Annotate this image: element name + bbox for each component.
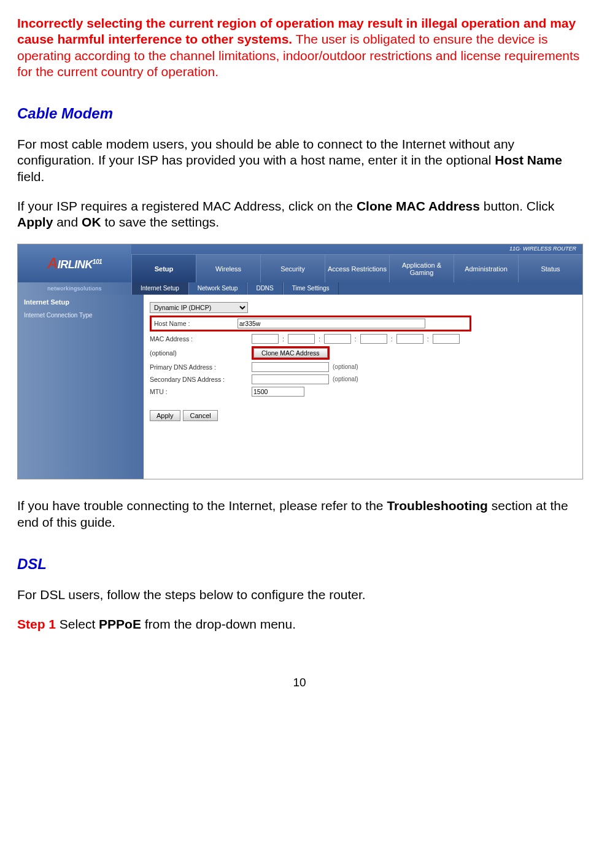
cable-modem-p2: If your ISP requires a registered MAC Ad… [17,198,582,231]
text: button. Click [480,199,554,213]
tab-access-restrictions[interactable]: Access Restrictions [325,255,389,282]
text: For most cable modem users, you should b… [17,137,514,167]
mac-seg-6[interactable] [433,334,460,344]
router-screenshot: AIRLINK101 11G· WIRELESS ROUTER Setup Wi… [17,244,583,479]
text: field. [17,169,44,184]
mac-seg-1[interactable] [252,334,279,344]
cable-modem-p3: If you have trouble connecting to the In… [17,498,582,530]
router-logo: AIRLINK101 [18,244,131,282]
side-title: Internet Setup [24,298,137,307]
mtu-label: MTU : [150,388,248,396]
tab-security[interactable]: Security [260,255,325,282]
cancel-button[interactable]: Cancel [183,410,217,421]
action-buttons: Apply Cancel [150,410,576,421]
mac-sep: : [282,335,284,343]
primary-dns-row: Primary DNS Address : (optional) [150,362,576,372]
mac-seg-2[interactable] [288,334,315,344]
hostname-input[interactable] [238,319,425,328]
text: from the drop-down menu. [141,617,296,631]
page-number: 10 [17,675,582,690]
optional-note: (optional) [333,363,358,371]
connection-type-select[interactable]: Dynamic IP (DHCP) [150,302,248,313]
secondary-dns-label: Secondary DNS Address : [150,376,248,384]
mac-sep: : [427,335,429,343]
mac-seg-4[interactable] [360,334,387,344]
ok-bold: OK [82,215,101,229]
text: and [53,215,82,229]
hostname-label: Host Name : [154,320,234,328]
cable-modem-p1: For most cable modem users, you should b… [17,136,582,185]
tab-wireless[interactable]: Wireless [196,255,260,282]
text: If you have trouble connecting to the In… [17,498,387,513]
clone-mac-button[interactable]: Clone MAC Address [253,348,328,358]
form-column: Dynamic IP (DHCP) Host Name : MAC Addres… [144,295,582,479]
subtab-network-setup[interactable]: Network Setup [188,282,247,295]
logo-a: A [47,255,58,271]
logo-text: AIRLINK101 [47,254,102,273]
side-column: Internet Setup Internet Connection Type [18,295,144,479]
troubleshooting-bold: Troubleshooting [387,498,487,513]
router-header: AIRLINK101 11G· WIRELESS ROUTER Setup Wi… [18,244,582,282]
optional-label: (optional) [150,349,248,357]
logo-suffix: 101 [93,258,102,265]
mac-sep: : [319,335,320,343]
text: to save the settings. [101,215,220,229]
mac-label: MAC Address : [150,335,248,343]
secondary-dns-input[interactable] [252,374,329,384]
side-label: Internet Connection Type [24,312,137,320]
logo-rest: IRLINK [58,258,93,271]
clone-mac-row: (optional) Clone MAC Address [150,346,576,360]
apply-bold: Apply [17,215,53,229]
mac-seg-5[interactable] [396,334,423,344]
text: If your ISP requires a registered MAC Ad… [17,199,357,213]
tab-administration[interactable]: Administration [454,255,518,282]
subtab-ddns[interactable]: DDNS [247,282,282,295]
logo-subtitle: networkingsolutions [18,282,131,295]
optional-note: (optional) [333,376,358,384]
dsl-step1: Step 1 Select PPPoE from the drop-down m… [17,616,582,632]
subtab-time-settings[interactable]: Time Settings [283,282,339,295]
router-body: Internet Setup Internet Connection Type … [18,295,582,479]
clone-mac-bold: Clone MAC Address [357,199,480,213]
step1-label: Step 1 [17,617,56,631]
mac-sep: : [355,335,357,343]
sub-tab-bar: networkingsolutions Internet Setup Netwo… [18,282,582,295]
warning-paragraph: Incorrectly selecting the current region… [17,15,582,80]
connection-type-row: Dynamic IP (DHCP) [150,302,576,313]
product-label: 11G· WIRELESS ROUTER [131,244,582,254]
dsl-p1: For DSL users, follow the steps below to… [17,587,582,603]
main-tab-bar: Setup Wireless Security Access Restricti… [131,254,582,282]
mtu-row: MTU : [150,387,576,397]
dsl-heading: DSL [17,555,582,573]
cable-modem-heading: Cable Modem [17,104,582,123]
subtab-internet-setup[interactable]: Internet Setup [131,282,188,295]
hostname-row-highlight: Host Name : [150,316,471,331]
mtu-input[interactable] [252,387,304,397]
secondary-dns-row: Secondary DNS Address : (optional) [150,374,576,384]
mac-seg-3[interactable] [324,334,351,344]
host-name-bold: Host Name [495,153,562,167]
tab-setup[interactable]: Setup [131,255,196,282]
apply-button[interactable]: Apply [150,410,180,421]
tab-application-gaming[interactable]: Application & Gaming [389,255,454,282]
primary-dns-input[interactable] [252,362,329,372]
clone-mac-highlight: Clone MAC Address [252,346,330,360]
primary-dns-label: Primary DNS Address : [150,363,248,371]
text: Select [56,617,99,631]
mac-address-row: MAC Address : : : : : : [150,334,576,344]
pppoe-bold: PPPoE [99,617,141,631]
mac-sep: : [391,335,393,343]
tab-status[interactable]: Status [518,255,582,282]
